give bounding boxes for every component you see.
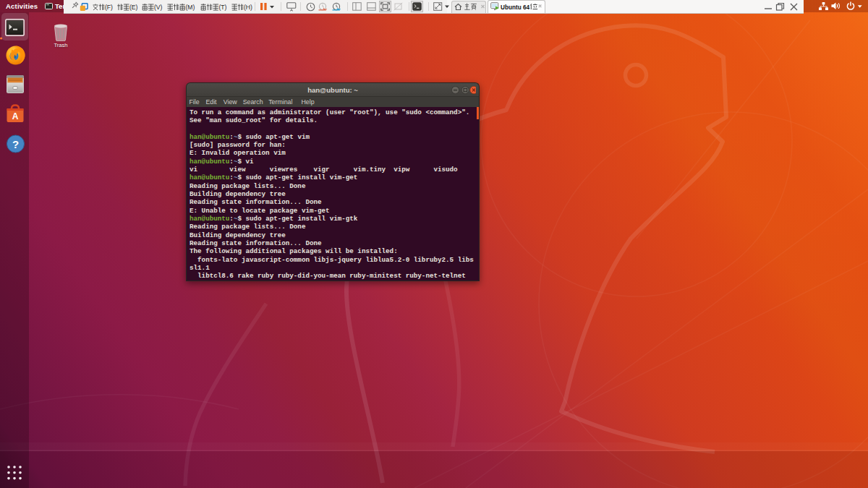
svg-text:(H): (H)	[244, 4, 252, 11]
svg-text:?: ?	[12, 138, 19, 150]
svg-text:A: A	[12, 111, 19, 121]
svg-text:(F): (F)	[105, 4, 113, 11]
svg-text:(M): (M)	[186, 4, 195, 11]
svg-text:Ubuntu 64: Ubuntu 64	[501, 4, 529, 11]
svg-text:(T): (T)	[219, 4, 227, 11]
svg-text:(V): (V)	[154, 4, 163, 11]
svg-text:(E): (E)	[129, 4, 138, 11]
